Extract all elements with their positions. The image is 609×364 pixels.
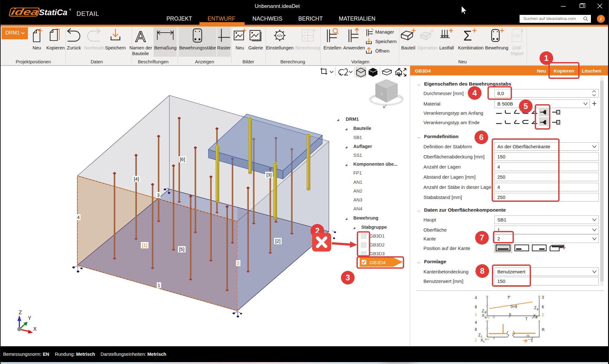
svg-text:Z: Z bbox=[534, 306, 536, 310]
svg-text:1: 1 bbox=[484, 315, 486, 318]
svg-text:−: − bbox=[310, 30, 312, 35]
svg-text:idea: idea bbox=[10, 8, 40, 17]
svg-text:Z: Z bbox=[482, 309, 484, 313]
svg-text:6: 6 bbox=[542, 305, 544, 309]
svg-text:×: × bbox=[304, 36, 306, 41]
svg-text:÷: ÷ bbox=[310, 36, 312, 41]
svg-text:®: ® bbox=[69, 8, 71, 11]
svg-text:X: X bbox=[482, 313, 484, 318]
svg-text:4: 4 bbox=[475, 296, 477, 300]
svg-text:StatiCa: StatiCa bbox=[39, 8, 68, 17]
svg-text:T: T bbox=[525, 317, 528, 321]
svg-text:c: c bbox=[531, 338, 533, 343]
svg-text:4: 4 bbox=[475, 320, 477, 325]
svg-text:+: + bbox=[304, 30, 306, 35]
svg-text:R: R bbox=[542, 328, 545, 332]
svg-text:5: 5 bbox=[509, 313, 511, 317]
svg-text:</>: </> bbox=[277, 33, 283, 38]
svg-text:c: c bbox=[527, 334, 529, 338]
svg-text:8: 8 bbox=[475, 327, 477, 332]
svg-text:1: 1 bbox=[481, 335, 482, 338]
svg-text:8: 8 bbox=[475, 305, 477, 309]
svg-text:DXF: DXF bbox=[513, 34, 521, 38]
svg-text:1: 1 bbox=[475, 312, 477, 317]
svg-text:Manager: Manager bbox=[375, 29, 394, 35]
svg-text:1: 1 bbox=[483, 340, 485, 343]
svg-text:A: A bbox=[135, 28, 146, 44]
svg-text:Σ: Σ bbox=[463, 28, 472, 43]
svg-text:1: 1 bbox=[484, 311, 486, 314]
svg-text:3: 3 bbox=[542, 295, 544, 300]
svg-text:2: 2 bbox=[542, 313, 544, 317]
svg-text:X: X bbox=[481, 338, 483, 342]
svg-text:X: X bbox=[533, 314, 536, 318]
svg-text:2: 2 bbox=[536, 316, 537, 319]
svg-text:1: 1 bbox=[475, 338, 477, 342]
svg-text:2: 2 bbox=[537, 308, 538, 311]
svg-text:Z: Z bbox=[478, 333, 481, 337]
svg-text:Öffnen: Öffnen bbox=[375, 48, 390, 54]
svg-text:7: 7 bbox=[507, 296, 509, 300]
svg-text:Speichern: Speichern bbox=[375, 39, 397, 44]
svg-text:0=9: 0=9 bbox=[511, 304, 517, 309]
svg-text:B: B bbox=[525, 339, 527, 343]
